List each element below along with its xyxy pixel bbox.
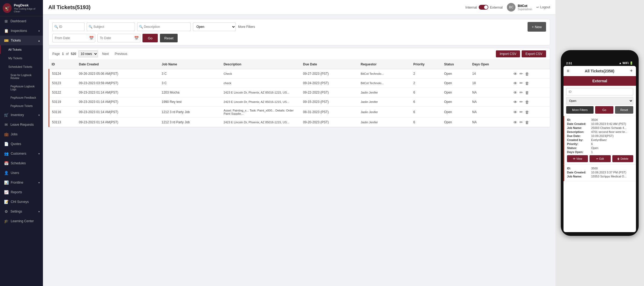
chevron-down-icon: ▾ — [38, 114, 40, 117]
phone-status-select[interactable]: Open — [566, 97, 633, 105]
phone-more-filters-button[interactable]: More Filters — [566, 106, 594, 114]
sidebar-item-pegassure-feedback[interactable]: PegAssure Feedback — [0, 94, 43, 102]
view-icon[interactable]: 👁 — [513, 72, 517, 76]
phone-delete-button[interactable]: 🗑 Delete — [612, 155, 633, 162]
next-button[interactable]: Next — [100, 51, 111, 57]
go-button[interactable]: Go — [142, 34, 158, 42]
phone-filter-buttons: More Filters Go Reset — [566, 106, 633, 114]
sidebar-item-customers[interactable]: 👥 Customers ▾ — [0, 149, 43, 158]
sidebar-item-jobs[interactable]: 💼 Jobs — [0, 129, 43, 139]
sidebar-item-users[interactable]: 👤 Users — [0, 168, 43, 178]
internal-external-toggle[interactable] — [479, 5, 488, 10]
more-filters-button[interactable]: More Filters — [238, 23, 255, 31]
chevron-down-icon: ▾ — [38, 210, 40, 213]
cell-job-name: 1990 Rey test — [159, 97, 221, 107]
phone-external-button[interactable]: External — [564, 76, 636, 86]
view-icon[interactable]: 👁 — [513, 120, 517, 125]
edit-icon[interactable]: ✏ — [519, 90, 523, 95]
sidebar-item-scan-logbook[interactable]: Scan for Logbook Review — [0, 71, 43, 82]
sidebar-item-schedules[interactable]: 📅 Schedules — [0, 158, 43, 168]
delete-icon[interactable]: 🗑 — [525, 120, 529, 125]
phone-hamburger-icon[interactable]: ≡ — [567, 69, 569, 73]
calendar-icon[interactable]: 📅 — [89, 36, 94, 40]
table-row: 53123 09-23-2023 03:59 AM(PST) 3 C check… — [49, 79, 550, 88]
phone-ticket-row-status: Status: Open — [567, 146, 633, 150]
subject-filter-input[interactable] — [87, 23, 135, 31]
phone-job-label: Job Name: — [567, 126, 591, 129]
sidebar-item-inspections[interactable]: 📋 Inspections ▾ — [0, 26, 43, 36]
phone-job-value: 25003 Charles Schwab 4... — [591, 126, 633, 129]
logout-button[interactable]: ↩ Logout — [536, 5, 550, 9]
view-icon[interactable]: 👁 — [513, 81, 517, 86]
cell-requestor: BitCot Technolo... — [358, 79, 411, 88]
sidebar-item-learning-center[interactable]: 🎓 Learning Center — [0, 216, 43, 226]
sidebar-item-pegassure-tickets[interactable]: PegAssure Tickets — [0, 102, 43, 110]
export-csv-button[interactable]: Export CSV — [522, 50, 546, 57]
search-icon-2: 🔍 — [89, 25, 93, 29]
phone-plus-icon[interactable]: + — [630, 68, 633, 74]
phone-created-label: Created by: — [567, 138, 591, 142]
cell-actions: 👁 ✏ 🗑 — [511, 107, 550, 118]
sidebar-item-dashboard[interactable]: ⊞ Dashboard — [0, 16, 43, 26]
subject-filter-wrap: 🔍 — [87, 23, 135, 31]
import-csv-button[interactable]: Import CSV — [496, 50, 520, 57]
learning-icon: 🎓 — [4, 219, 9, 223]
previous-button[interactable]: Previous — [112, 51, 129, 57]
edit-icon[interactable]: ✏ — [519, 110, 523, 114]
delete-icon[interactable]: 🗑 — [525, 110, 529, 114]
users-icon: 👤 — [4, 171, 9, 175]
sidebar-item-leave-requests[interactable]: ✉ Leave Requests — [0, 120, 43, 129]
rows-per-page-select[interactable]: 10 rows 25 rows 50 rows — [78, 50, 98, 57]
sidebar-item-frontline[interactable]: 📊 Frontline ▾ — [0, 178, 43, 187]
user-name: BitCot — [518, 4, 532, 8]
chevron-down-icon: ▾ — [38, 152, 40, 155]
sidebar-item-pegassure-logbook[interactable]: PegAssure Logbook Logs — [0, 82, 43, 94]
reset-button[interactable]: Reset — [160, 34, 178, 42]
chevron-down-icon: ▾ — [38, 181, 40, 184]
sidebar-item-settings[interactable]: ⚙ Settings ▾ — [0, 207, 43, 216]
col-id: ID — [49, 60, 76, 69]
sidebar-item-tickets[interactable]: 🎫 Tickets ▴ — [0, 36, 43, 45]
calendar-icon-2[interactable]: 📅 — [134, 36, 139, 40]
delete-icon[interactable]: 🗑 — [525, 90, 529, 95]
phone-reset-button[interactable]: Reset — [615, 106, 633, 114]
edit-icon[interactable]: ✏ — [519, 71, 523, 76]
sidebar-item-reports[interactable]: 📈 Reports — [0, 187, 43, 197]
to-date-input[interactable] — [97, 34, 140, 42]
sidebar-item-scheduled-tickets[interactable]: Scheduled Tickets — [0, 62, 43, 71]
phone-view-button[interactable]: 👁 View — [567, 155, 588, 162]
sidebar-item-my-tickets[interactable]: My Tickets — [0, 54, 43, 62]
col-days-open: Days Open — [470, 60, 511, 69]
delete-icon[interactable]: 🗑 — [525, 72, 529, 76]
cell-requestor: Jaslin Jenifer — [358, 107, 411, 118]
sidebar-item-quotes[interactable]: 📄 Quotes — [0, 139, 43, 149]
edit-icon[interactable]: ✏ — [519, 81, 523, 86]
edit-icon[interactable]: ✏ — [519, 120, 523, 125]
delete-icon[interactable]: 🗑 — [525, 100, 529, 104]
cell-days-open: NA — [470, 88, 511, 97]
phone-go-button[interactable]: Go — [595, 106, 613, 114]
cell-job-name: 3 C — [159, 79, 221, 88]
edit-icon[interactable]: ✏ — [519, 99, 523, 104]
description-filter-input[interactable] — [137, 23, 191, 31]
phone-ticket2-row-id: ID: 3500 — [567, 167, 633, 170]
phone-t2-date-value: 10.06.2023 3:37 PM (PST) — [591, 171, 633, 174]
from-date-input[interactable] — [52, 34, 95, 42]
status-filter-select[interactable]: Open Closed Pending — [193, 23, 236, 31]
sidebar-item-inventory[interactable]: 🛒 Inventory ▾ — [0, 110, 43, 120]
view-icon[interactable]: 👁 — [513, 90, 517, 95]
phone-ticket2-row-job: Job Name: 15553 Scripps Medical O... — [567, 175, 633, 178]
cell-date-created: 09-26-2023 05:06 AM(PST) — [76, 69, 159, 79]
phone-ticket-row-created: Created by: EvelynBaez — [567, 138, 633, 142]
cell-due-date: 08-31-2023 (PST) — [300, 107, 358, 118]
view-icon[interactable]: 👁 — [513, 100, 517, 104]
sidebar-item-all-tickets[interactable]: All Tickets — [0, 45, 43, 54]
cell-date-created: 09-23-2023 01:14 AM(PST) — [76, 97, 159, 107]
phone-id-input[interactable] — [566, 88, 633, 95]
sidebar-item-chi-surveys[interactable]: 📝 CHI Surveys — [0, 197, 43, 207]
new-button[interactable]: + New — [528, 22, 546, 32]
phone-priority-value: 6 — [591, 142, 633, 146]
delete-icon[interactable]: 🗑 — [525, 81, 529, 86]
view-icon[interactable]: 👁 — [513, 110, 517, 114]
phone-edit-button[interactable]: ✏ Edit — [590, 155, 610, 162]
